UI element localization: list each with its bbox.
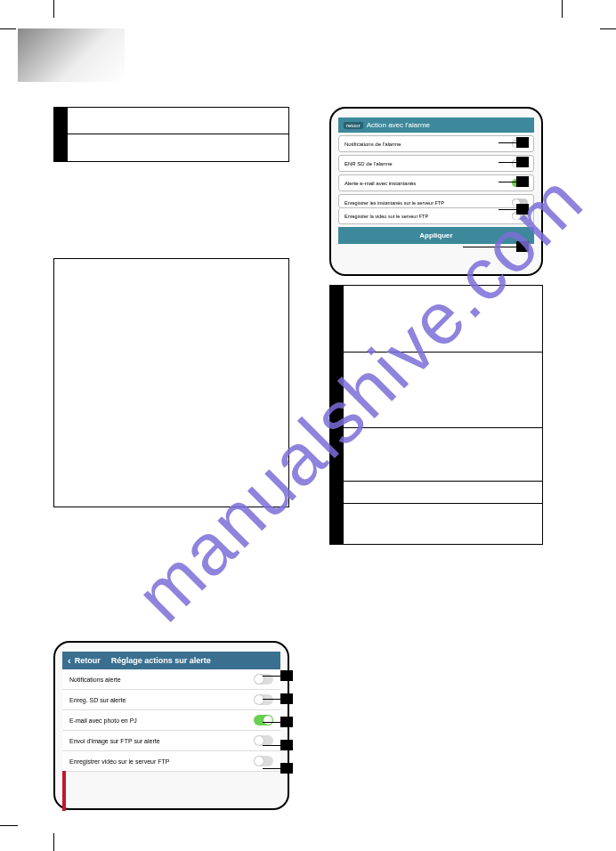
callout-marker: [516, 157, 529, 167]
callout-line: [498, 182, 516, 182]
setting-row-ftp-img[interactable]: Envoi d'image sur FTP sur alerte: [62, 731, 280, 751]
callout-marker: [280, 763, 293, 774]
row-label: Enregistrer vidéo sur le serveur FTP: [69, 758, 169, 765]
row-number-cell: [330, 286, 344, 352]
setting-row-email[interactable]: Alerte e-mail avec instantanés: [338, 174, 534, 191]
row-label: Enregistrer la vidéo sur le serveur FTP: [344, 214, 428, 219]
back-button[interactable]: retour: [344, 122, 363, 129]
row-number-cell: [330, 428, 344, 481]
callout-marker: [516, 176, 529, 187]
toggle-icon[interactable]: [254, 715, 273, 725]
setting-row-sd[interactable]: ENR SD de l'alarme: [338, 155, 534, 172]
table-top-left: [53, 107, 289, 162]
row-label: ENR SD de l'alarme: [344, 161, 393, 166]
table-right: [329, 285, 543, 545]
back-label[interactable]: Retour: [75, 656, 101, 665]
chevron-left-icon[interactable]: ‹: [68, 655, 71, 666]
row-text: [68, 108, 288, 134]
row-text: [344, 504, 542, 544]
text-block: [53, 258, 289, 507]
row-label: Envoi d'image sur FTP sur alerte: [69, 738, 160, 744]
page-indicator: [62, 771, 66, 811]
row-text: [344, 353, 542, 427]
row-label: Enregistrer les instantanés sur le serve…: [344, 200, 444, 206]
row-number-cell: [330, 482, 344, 503]
setting-row-sd[interactable]: Enreg. SD sur alerte: [62, 690, 280, 710]
callout-line: [263, 768, 280, 769]
row-number-cell: [330, 353, 344, 427]
callout-marker: [280, 740, 293, 750]
ios-screenshot: ‹ Retour Réglage actions sur alerte Noti…: [53, 641, 289, 810]
setting-row-ftp-img[interactable]: Enregistrer les instantanés sur le serve…: [338, 194, 534, 208]
row-label: Alerte e-mail avec instantanés: [344, 181, 416, 186]
callout-line: [463, 247, 516, 247]
apply-button[interactable]: Appliquer: [338, 227, 534, 244]
row-label: E-mail avec photo en PJ: [69, 717, 137, 724]
row-label: Notifications alerte: [69, 677, 121, 683]
setting-row-ftp-video[interactable]: Enregistrer la vidéo sur le serveur FTP: [338, 208, 534, 224]
row-number-cell: [54, 108, 68, 134]
ios-title: Réglage actions sur alerte: [111, 656, 211, 665]
setting-row-notifications[interactable]: Notifications alerte: [62, 669, 280, 690]
table-row: [54, 134, 288, 161]
callout-line: [498, 209, 516, 210]
table-row: [54, 108, 288, 134]
android-screenshot: retour Action avec l'alarme Notification…: [329, 107, 543, 276]
row-label: Enreg. SD sur alerte: [69, 697, 126, 703]
ios-header: ‹ Retour Réglage actions sur alerte: [62, 652, 280, 669]
table-row: [330, 428, 542, 482]
table-row: [330, 482, 542, 504]
android-header: retour Action avec l'alarme: [338, 118, 534, 133]
toggle-icon[interactable]: [254, 694, 273, 705]
setting-row-ftp-video[interactable]: Enregistrer vidéo sur le serveur FTP: [62, 751, 280, 772]
toggle-icon[interactable]: [254, 756, 273, 766]
callout-marker: [280, 670, 293, 681]
setting-row-email[interactable]: E-mail avec photo en PJ: [62, 710, 280, 731]
callout-marker: [280, 717, 293, 727]
table-row: [330, 353, 542, 428]
callout-marker: [516, 241, 529, 252]
callout-line: [263, 722, 280, 723]
callout-marker: [280, 693, 293, 704]
row-text: [344, 482, 542, 503]
row-text: [68, 134, 288, 161]
row-text: [344, 286, 542, 352]
callout-line: [263, 676, 280, 677]
row-label: Notifications de l'alarme: [344, 142, 401, 147]
callout-line: [498, 142, 516, 143]
row-number-cell: [54, 134, 68, 161]
callout-marker: [516, 204, 529, 215]
callout-line: [263, 699, 280, 700]
callout-line: [263, 745, 280, 746]
callout-marker: [516, 137, 529, 148]
table-row: [330, 504, 542, 544]
row-text: [344, 428, 542, 481]
table-row: [330, 286, 542, 353]
setting-row-notifications[interactable]: Notifications de l'alarme: [338, 135, 534, 152]
row-number-cell: [330, 504, 344, 544]
callout-line: [498, 162, 516, 163]
android-title: Action avec l'alarme: [367, 121, 430, 129]
